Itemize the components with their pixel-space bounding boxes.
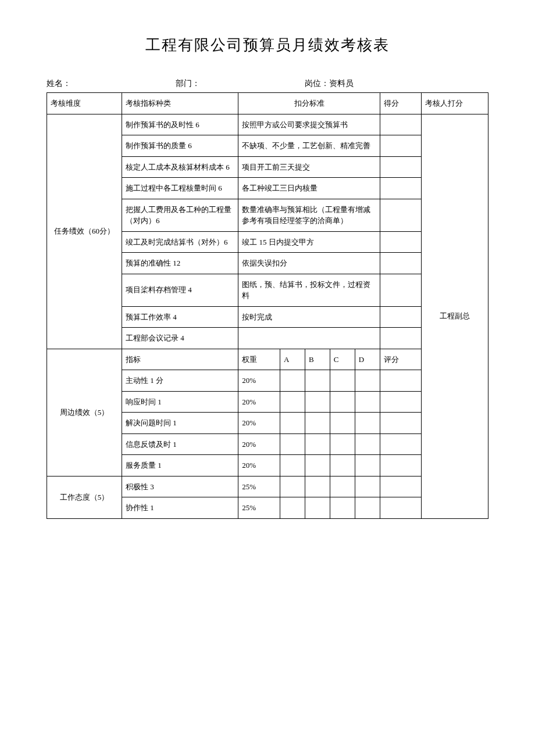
grade-c-cell [330, 433, 355, 455]
dimension-task: 任务绩效（60分） [47, 114, 122, 349]
standard-cell: 竣工 15 日内提交甲方 [238, 231, 380, 253]
subheader-indicator: 指标 [122, 349, 238, 370]
subheader-score: 评分 [380, 349, 422, 370]
grade-a-cell [280, 413, 305, 434]
score-cell [380, 328, 422, 349]
indicator-cell: 积极性 3 [122, 476, 238, 497]
score-cell [380, 231, 422, 253]
indicator-cell: 预算的准确性 12 [122, 253, 238, 274]
position-label: 岗位： [305, 78, 329, 89]
col-score: 得分 [380, 93, 422, 114]
score-cell [380, 135, 422, 157]
standard-cell: 图纸，预、结算书，投标文件，过程资料 [238, 274, 380, 306]
grade-c-cell [330, 455, 355, 476]
score-cell [380, 253, 422, 274]
grade-a-cell [280, 433, 305, 455]
grade-c-cell [330, 413, 355, 434]
grade-c-cell [330, 497, 355, 519]
standard-cell: 不缺项、不少量，工艺创新、精准完善 [238, 135, 380, 157]
name-label: 姓名： [47, 78, 71, 89]
weight-cell: 20% [238, 413, 280, 434]
col-indicator: 考核指标种类 [122, 93, 238, 114]
grade-a-cell [280, 455, 305, 476]
score-cell [380, 306, 422, 328]
subheader-a: A [280, 349, 305, 370]
standard-cell: 项目开工前三天提交 [238, 156, 380, 178]
grade-b-cell [305, 476, 330, 497]
standard-cell [238, 328, 380, 349]
grade-c-cell [330, 370, 355, 392]
standard-cell: 依据失误扣分 [238, 253, 380, 274]
indicator-cell: 把握人工费用及各工种的工程量（对内）6 [122, 199, 238, 231]
indicator-cell: 核定人工成本及核算材料成本 6 [122, 156, 238, 178]
position-value: 资料员 [329, 78, 354, 89]
col-assessor: 考核人打分 [422, 93, 488, 114]
grade-b-cell [305, 370, 330, 392]
indicator-cell: 解决问题时间 1 [122, 413, 238, 434]
page-title: 工程有限公司预算员月绩效考核表 [47, 35, 488, 55]
grade-d-cell [355, 391, 380, 413]
grade-c-cell [330, 476, 355, 497]
standard-cell: 按照甲方或公司要求提交预算书 [238, 114, 380, 135]
indicator-cell: 工程部会议记录 4 [122, 328, 238, 349]
indicator-cell: 响应时间 1 [122, 391, 238, 413]
standard-cell: 按时完成 [238, 306, 380, 328]
grade-d-cell [355, 455, 380, 476]
score-cell [380, 114, 422, 135]
indicator-cell: 信息反馈及时 1 [122, 433, 238, 455]
subheader-c: C [330, 349, 355, 370]
grade-b-cell [305, 497, 330, 519]
indicator-cell: 预算工作效率 4 [122, 306, 238, 328]
subheader-d: D [355, 349, 380, 370]
grade-a-cell [280, 391, 305, 413]
assessor-cell: 工程副总 [422, 114, 488, 518]
dept-label: 部门： [176, 78, 200, 89]
grade-b-cell [305, 413, 330, 434]
score-cell [380, 455, 422, 476]
table-row: 任务绩效（60分） 制作预算书的及时性 6 按照甲方或公司要求提交预算书 工程副… [47, 114, 488, 135]
score-cell [380, 497, 422, 519]
grade-a-cell [280, 497, 305, 519]
indicator-cell: 服务质量 1 [122, 455, 238, 476]
grade-c-cell [330, 391, 355, 413]
indicator-cell: 竣工及时完成结算书（对外）6 [122, 231, 238, 253]
indicator-cell: 制作预算书的质量 6 [122, 135, 238, 157]
form-header: 姓名： 部门： 岗位： 资料员 [47, 78, 488, 89]
weight-cell: 20% [238, 391, 280, 413]
assessment-table: 考核维度 考核指标种类 扣分标准 得分 考核人打分 任务绩效（60分） 制作预算… [47, 92, 488, 519]
grade-a-cell [280, 370, 305, 392]
col-dimension: 考核维度 [47, 93, 122, 114]
score-cell [380, 476, 422, 497]
grade-d-cell [355, 413, 380, 434]
score-cell [380, 156, 422, 178]
grade-b-cell [305, 391, 330, 413]
dimension-peripheral: 周边绩效（5） [47, 349, 122, 476]
weight-cell: 25% [238, 476, 280, 497]
grade-d-cell [355, 370, 380, 392]
weight-cell: 25% [238, 497, 280, 519]
grade-d-cell [355, 476, 380, 497]
score-cell [380, 433, 422, 455]
table-header-row: 考核维度 考核指标种类 扣分标准 得分 考核人打分 [47, 93, 488, 114]
indicator-cell: 主动性 1 分 [122, 370, 238, 392]
grade-a-cell [280, 476, 305, 497]
weight-cell: 20% [238, 433, 280, 455]
dimension-attitude: 工作态度（5） [47, 476, 122, 518]
indicator-cell: 协作性 1 [122, 497, 238, 519]
subheader-weight: 权重 [238, 349, 280, 370]
standard-cell: 数量准确率与预算相比（工程量有增减参考有项目经理签字的洽商单） [238, 199, 380, 231]
grade-b-cell [305, 455, 330, 476]
score-cell [380, 391, 422, 413]
grade-d-cell [355, 433, 380, 455]
score-cell [380, 274, 422, 306]
weight-cell: 20% [238, 455, 280, 476]
indicator-cell: 施工过程中各工程核量时间 6 [122, 178, 238, 199]
weight-cell: 20% [238, 370, 280, 392]
score-cell [380, 199, 422, 231]
indicator-cell: 制作预算书的及时性 6 [122, 114, 238, 135]
score-cell [380, 370, 422, 392]
subheader-b: B [305, 349, 330, 370]
standard-cell: 各工种竣工三日内核量 [238, 178, 380, 199]
score-cell [380, 413, 422, 434]
score-cell [380, 178, 422, 199]
